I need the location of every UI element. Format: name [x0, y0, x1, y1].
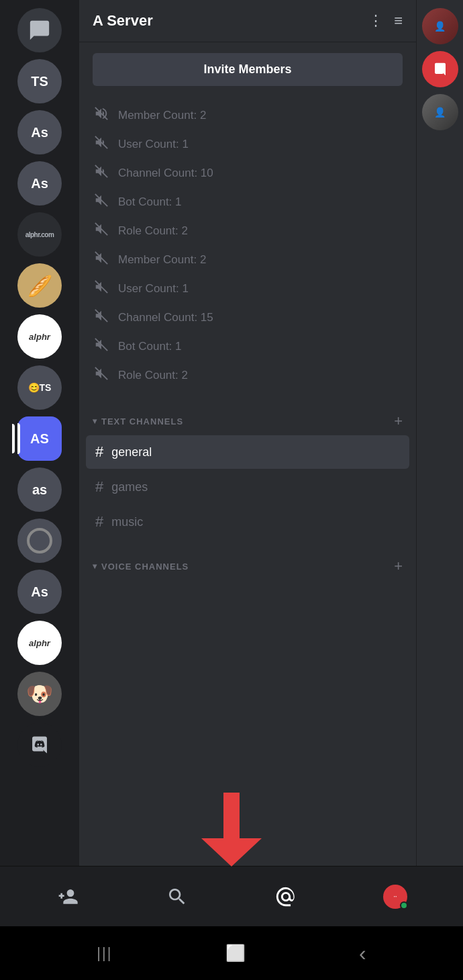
stat-user-count-1: User Count: 1 [93, 131, 403, 157]
sidebar-item-alphr-com[interactable]: alphr.com [17, 212, 62, 257]
sidebar-item-chat[interactable] [17, 8, 62, 52]
sidebar-AS-label: AS [30, 431, 49, 447]
server-name: A Server [93, 12, 153, 30]
channel-name-general: general [111, 445, 152, 459]
stat-text-3: Channel Count: 10 [118, 167, 213, 180]
sidebar-item-as1[interactable]: As [17, 110, 62, 154]
stat-text-5: Role Count: 2 [118, 224, 188, 238]
stat-role-count-1: Role Count: 2 [93, 218, 403, 244]
bottom-navigation [0, 866, 463, 926]
sidebar-item-alphr-logo[interactable]: alphr [17, 314, 62, 359]
stats-list: Member Count: 2 User Count: 1 [79, 97, 416, 394]
sidebar-item-as-lower[interactable]: as [17, 467, 62, 512]
sidebar-item-discord[interactable] [17, 723, 62, 767]
sidebar-emoji-ts-label: 😊TS [28, 382, 52, 393]
sidebar-alphr-com-label: alphr.com [25, 231, 54, 238]
stat-text-2: User Count: 1 [118, 138, 189, 151]
stat-text-6: Member Count: 2 [118, 253, 206, 267]
android-nav-bar: ||| ⬜ ‹ [0, 926, 463, 980]
discord-icon [26, 735, 53, 755]
speaker-lock-icon-4 [93, 193, 110, 211]
nav-friends-button[interactable] [51, 880, 85, 914]
speaker-lock-icon-2 [93, 135, 110, 153]
sidebar-item-alphr2[interactable]: alphr [17, 621, 62, 665]
speaker-lock-icon-6 [93, 251, 110, 269]
stat-text-1: Member Count: 2 [118, 109, 206, 122]
speaker-lock-icon-7 [93, 279, 110, 298]
hamburger-icon[interactable]: ≡ [394, 12, 403, 30]
sidebar-alphr2-label: alphr [29, 638, 50, 648]
hash-icon-music: # [95, 513, 103, 531]
stat-user-count-2: User Count: 1 [93, 275, 403, 302]
speaker-lock-icon-5 [93, 222, 110, 240]
hash-icon-games: # [95, 478, 103, 496]
add-voice-channel-button[interactable]: + [394, 558, 403, 575]
speaker-lock-icon-9 [93, 337, 110, 355]
header-icons: ⋮ ≡ [368, 12, 403, 30]
speaker-lock-icon-10 [93, 366, 110, 384]
stat-text-9: Bot Count: 1 [118, 340, 182, 353]
sidebar-item-ts-label: TS [31, 74, 48, 89]
android-recent-button[interactable]: ||| [97, 944, 112, 962]
channel-general[interactable]: # general [86, 435, 409, 469]
nav-mention-button[interactable] [269, 880, 303, 914]
speaker-lock-icon-1 [93, 106, 110, 124]
channel-name-games: games [111, 480, 148, 494]
stat-text-10: Role Count: 2 [118, 369, 188, 382]
member-avatar-2[interactable]: 👤 [422, 94, 458, 130]
avatar-image-2: 👤 [422, 94, 458, 130]
sidebar-item-ts[interactable]: TS [17, 59, 62, 103]
voice-channels-header: ▾ VOICE CHANNELS + [79, 547, 416, 580]
channel-panel: A Server ⋮ ≡ Invite Members [79, 0, 416, 866]
sidebar-As4-label: As [31, 584, 48, 600]
sidebar-item-AS-active[interactable]: AS [17, 416, 62, 461]
stat-bot-count-1: Bot Count: 1 [93, 189, 403, 215]
stat-channel-count-1: Channel Count: 10 [93, 160, 403, 186]
chevron-down-icon-voice: ▾ [93, 562, 97, 571]
server-header: A Server ⋮ ≡ [79, 0, 416, 42]
sidebar-item-as2[interactable]: As [17, 161, 62, 206]
text-channels-header: ▾ TEXT CHANNELS + [79, 402, 416, 435]
sidebar-item-emoji-ts[interactable]: 😊TS [17, 365, 62, 410]
sidebar-item-as1-label: As [31, 125, 48, 140]
android-back-button[interactable]: ‹ [359, 941, 366, 966]
online-status-indicator [400, 901, 408, 909]
add-text-channel-button[interactable]: + [394, 412, 403, 430]
speaker-lock-icon-3 [93, 164, 110, 182]
stat-channel-count-2: Channel Count: 15 [93, 304, 403, 330]
invite-members-button[interactable]: Invite Members [93, 53, 403, 86]
channel-name-music: music [111, 515, 143, 529]
nav-profile-button[interactable] [378, 880, 412, 914]
server-sidebar: TS As As alphr.com 🥖 alphr [0, 0, 79, 866]
channel-games[interactable]: # games [86, 470, 409, 504]
sidebar-item-circle[interactable] [17, 519, 62, 563]
sidebar-alphr-logo-label: alphr [29, 332, 50, 342]
member-avatar-1[interactable]: 👤 [422, 8, 458, 44]
member-avatar-discord[interactable] [422, 51, 458, 87]
avatar-image-1: 👤 [422, 8, 458, 44]
nav-search-button[interactable] [160, 880, 194, 914]
stat-text-8: Channel Count: 15 [118, 311, 213, 324]
hash-icon-general: # [95, 443, 103, 461]
active-indicator [17, 423, 20, 454]
voice-channels-title: ▾ VOICE CHANNELS [93, 562, 189, 572]
channel-scroll: Invite Members Member Count: 2 [79, 42, 416, 866]
channel-music[interactable]: # music [86, 505, 409, 539]
right-member-panel: 👤 👤 [416, 0, 463, 866]
sidebar-item-dog[interactable]: 🐶 [17, 672, 62, 716]
stat-member-count-1: Member Count: 2 [93, 102, 403, 128]
discord-member-icon [430, 62, 450, 77]
text-channel-list: # general # games # music [79, 435, 416, 539]
stat-text-7: User Count: 1 [118, 282, 189, 296]
stat-bot-count-2: Bot Count: 1 [93, 333, 403, 359]
stat-text-4: Bot Count: 1 [118, 195, 182, 209]
sidebar-item-bread[interactable]: 🥖 [17, 263, 62, 308]
chevron-down-icon: ▾ [93, 416, 97, 426]
android-home-button[interactable]: ⬜ [225, 944, 246, 963]
sidebar-item-As4[interactable]: As [17, 570, 62, 614]
circle-icon [27, 528, 52, 553]
more-options-icon[interactable]: ⋮ [368, 12, 383, 30]
sidebar-bread-icon: 🥖 [28, 274, 52, 298]
dog-icon: 🐶 [26, 681, 53, 707]
stat-member-count-2: Member Count: 2 [93, 247, 403, 273]
